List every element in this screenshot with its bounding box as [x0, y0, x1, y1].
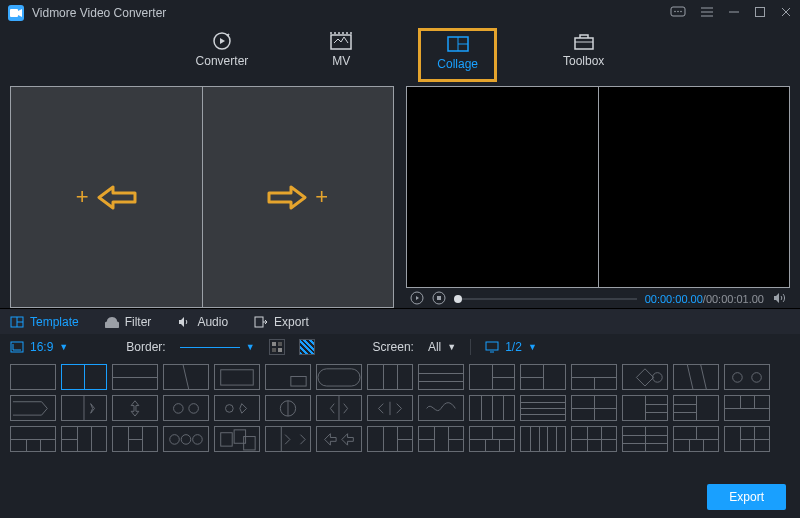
play-button[interactable]: [410, 291, 424, 307]
screen-select[interactable]: All ▼: [428, 340, 456, 354]
svg-point-56: [181, 435, 191, 445]
svg-point-46: [733, 373, 743, 383]
player-bar: 00:00:00.00/00:00:01.00: [406, 288, 790, 308]
collage-slot-1[interactable]: +: [11, 87, 202, 307]
template-item[interactable]: [469, 426, 515, 452]
template-item[interactable]: [469, 364, 515, 390]
template-item[interactable]: [112, 395, 158, 421]
template-item[interactable]: [418, 426, 464, 452]
template-item[interactable]: [265, 364, 311, 390]
template-item[interactable]: [316, 364, 362, 390]
template-item[interactable]: [367, 395, 413, 421]
template-item[interactable]: [163, 364, 209, 390]
template-item[interactable]: [418, 364, 464, 390]
template-item[interactable]: [10, 364, 56, 390]
svg-point-2: [674, 10, 676, 12]
template-item[interactable]: [265, 426, 311, 452]
template-item[interactable]: [622, 426, 668, 452]
svg-rect-40: [221, 370, 253, 385]
svg-rect-9: [756, 7, 765, 16]
template-item[interactable]: [520, 426, 566, 452]
export-icon: [254, 316, 268, 328]
page-select[interactable]: 1/2 ▼: [485, 340, 537, 354]
template-item[interactable]: [163, 426, 209, 452]
tab-converter[interactable]: Converter: [180, 28, 265, 82]
template-item[interactable]: [469, 395, 515, 421]
tab-collage[interactable]: Collage: [418, 28, 497, 82]
border-pattern-button[interactable]: [299, 339, 315, 355]
template-item[interactable]: [367, 364, 413, 390]
template-item[interactable]: [112, 426, 158, 452]
aspect-ratio-select[interactable]: 16:9 ▼: [10, 340, 68, 354]
maximize-button[interactable]: [754, 6, 766, 21]
sub-tabs: Template Filter Audio Export: [0, 308, 800, 334]
template-item[interactable]: [724, 395, 770, 421]
template-item[interactable]: [61, 395, 107, 421]
template-item[interactable]: [571, 364, 617, 390]
svg-point-18: [346, 32, 348, 34]
template-item[interactable]: [112, 364, 158, 390]
svg-point-47: [752, 373, 762, 383]
template-item[interactable]: [214, 395, 260, 421]
svg-rect-37: [486, 342, 498, 350]
subtab-audio[interactable]: Audio: [177, 315, 228, 329]
template-item[interactable]: [724, 364, 770, 390]
chevron-down-icon: ▼: [528, 342, 537, 352]
svg-rect-33: [272, 342, 276, 346]
template-item[interactable]: [673, 395, 719, 421]
svg-rect-27: [437, 296, 441, 300]
border-color-button[interactable]: [269, 339, 285, 355]
svg-marker-42: [636, 369, 653, 386]
template-item[interactable]: [367, 426, 413, 452]
svg-point-55: [170, 435, 180, 445]
template-item[interactable]: [520, 395, 566, 421]
volume-icon[interactable]: [772, 291, 786, 307]
template-item[interactable]: [316, 426, 362, 452]
template-item[interactable]: [520, 364, 566, 390]
main-nav: Converter MV Collage Toolbox: [0, 28, 800, 82]
template-item[interactable]: [622, 395, 668, 421]
minimize-button[interactable]: [728, 6, 740, 21]
template-item[interactable]: [316, 395, 362, 421]
svg-point-15: [334, 32, 336, 34]
svg-point-14: [330, 32, 332, 34]
template-item[interactable]: [724, 426, 770, 452]
aspect-ratio-value: 16:9: [30, 340, 53, 354]
template-item[interactable]: [418, 395, 464, 421]
playback-slider[interactable]: [454, 298, 637, 300]
mv-icon: [330, 32, 352, 50]
template-item[interactable]: [673, 364, 719, 390]
tab-toolbox[interactable]: Toolbox: [547, 28, 620, 82]
template-item[interactable]: [163, 395, 209, 421]
template-item[interactable]: [214, 426, 260, 452]
chevron-down-icon: ▼: [246, 342, 255, 352]
subtab-export[interactable]: Export: [254, 315, 309, 329]
template-item[interactable]: [61, 364, 107, 390]
template-item[interactable]: [10, 426, 56, 452]
border-style-select[interactable]: ▼: [180, 342, 255, 352]
svg-point-3: [677, 10, 679, 12]
template-item[interactable]: [673, 426, 719, 452]
template-item[interactable]: [265, 395, 311, 421]
template-item[interactable]: [10, 395, 56, 421]
template-item[interactable]: [622, 364, 668, 390]
export-button[interactable]: Export: [707, 484, 786, 510]
preview-pane-2: [598, 87, 790, 287]
collage-slot-2[interactable]: +: [202, 87, 394, 307]
svg-point-17: [342, 32, 344, 34]
converter-icon: [211, 32, 233, 50]
template-item[interactable]: [214, 364, 260, 390]
close-button[interactable]: [780, 6, 792, 21]
border-label: Border:: [126, 340, 165, 354]
subtab-filter[interactable]: Filter: [105, 315, 152, 329]
subtab-template[interactable]: Template: [10, 315, 79, 329]
stop-button[interactable]: [432, 291, 446, 307]
tab-mv[interactable]: MV: [314, 28, 368, 82]
template-item[interactable]: [571, 426, 617, 452]
feedback-icon[interactable]: [670, 6, 686, 21]
template-item[interactable]: [61, 426, 107, 452]
menu-icon[interactable]: [700, 6, 714, 21]
template-item[interactable]: [571, 395, 617, 421]
subtab-template-label: Template: [30, 315, 79, 329]
svg-point-19: [350, 32, 352, 34]
